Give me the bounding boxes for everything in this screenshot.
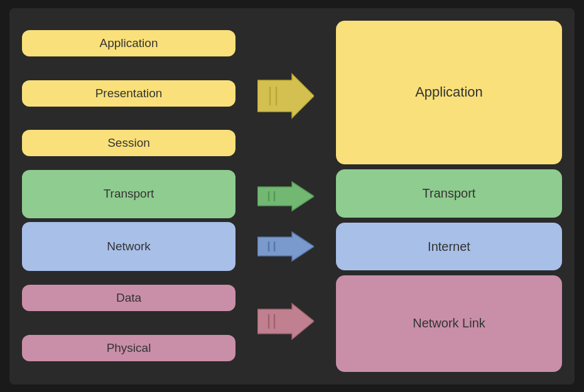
arrow-blue-item — [242, 221, 330, 272]
svg-marker-3 — [257, 182, 314, 211]
arrow-yellow-icon — [257, 68, 314, 124]
osi-yellow-group: Application Presentation Session — [22, 21, 235, 166]
middle-column — [242, 21, 330, 372]
osi-green-group: Transport — [22, 170, 235, 218]
tcpip-networklink-box: Network Link — [336, 275, 562, 371]
arrow-green-item — [242, 171, 330, 221]
osi-data-box: Data — [22, 285, 235, 311]
arrows-container — [242, 21, 330, 372]
osi-physical-box: Physical — [22, 335, 235, 361]
arrow-yellow-item — [242, 21, 330, 171]
osi-blue-group: Network — [22, 222, 235, 270]
arrow-green-icon — [257, 181, 314, 212]
osi-transport-box: Transport — [22, 170, 235, 218]
osi-presentation-box: Presentation — [22, 80, 235, 107]
osi-network-box: Network — [22, 222, 235, 270]
left-column: Application Presentation Session Transpo… — [16, 21, 242, 372]
arrow-pink-item — [242, 272, 330, 372]
tcpip-application-box: Application — [336, 21, 562, 165]
arrow-blue-icon — [257, 231, 314, 262]
osi-application-box: Application — [22, 30, 235, 56]
svg-marker-9 — [257, 304, 314, 339]
tcpip-internet-box: Internet — [336, 223, 562, 271]
arrow-pink-icon — [257, 301, 314, 342]
diagram-container: Application Presentation Session Transpo… — [9, 8, 575, 384]
osi-pink-group: Data Physical — [22, 275, 235, 372]
svg-marker-0 — [257, 74, 314, 118]
svg-marker-6 — [257, 232, 314, 261]
right-column: Application Transport Internet Network L… — [330, 21, 568, 372]
osi-session-box: Session — [22, 130, 235, 156]
tcpip-transport-box: Transport — [336, 169, 562, 218]
